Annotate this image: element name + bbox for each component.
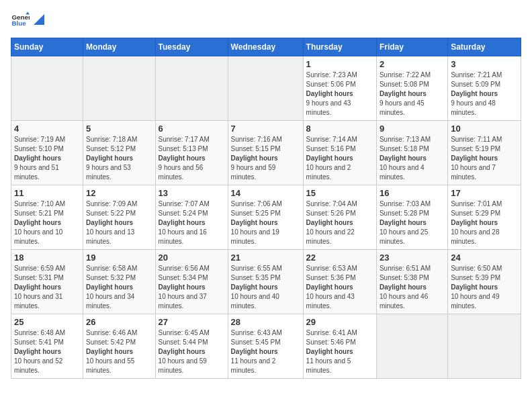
day-number: 6 [159,124,225,134]
calendar-cell: 10Sunrise: 7:11 AMSunset: 5:19 PMDayligh… [448,121,521,185]
calendar-cell: 1Sunrise: 7:23 AMSunset: 5:06 PMDaylight… [303,56,376,121]
calendar-cell: 2Sunrise: 7:22 AMSunset: 5:08 PMDaylight… [376,56,447,121]
calendar-cell: 23Sunrise: 6:51 AMSunset: 5:38 PMDayligh… [376,250,447,314]
day-number: 4 [14,124,80,134]
day-info: Sunrise: 6:53 AMSunset: 5:36 PMDaylight … [306,264,373,311]
calendar-cell: 11Sunrise: 7:10 AMSunset: 5:21 PMDayligh… [11,185,83,250]
day-number: 8 [306,124,373,134]
day-info: Sunrise: 7:09 AMSunset: 5:22 PMDaylight … [86,199,152,246]
day-info: Sunrise: 7:22 AMSunset: 5:08 PMDaylight … [380,71,445,118]
day-number: 27 [159,317,225,327]
calendar-cell: 13Sunrise: 7:07 AMSunset: 5:24 PMDayligh… [155,185,228,250]
day-info: Sunrise: 7:13 AMSunset: 5:18 PMDaylight … [380,135,445,182]
weekday-header: Monday [83,38,156,56]
weekday-header: Saturday [448,38,521,56]
day-number: 26 [86,317,152,327]
weekday-header: Thursday [303,38,376,56]
calendar-week-row: 25Sunrise: 6:48 AMSunset: 5:41 PMDayligh… [11,314,521,379]
day-info: Sunrise: 6:46 AMSunset: 5:42 PMDaylight … [86,328,152,375]
weekday-header: Friday [376,38,447,56]
day-number: 11 [14,188,80,198]
calendar-cell: 16Sunrise: 7:03 AMSunset: 5:28 PMDayligh… [376,185,447,250]
calendar-cell [228,56,303,121]
calendar-cell [11,56,83,121]
day-number: 28 [231,317,300,327]
calendar-cell: 21Sunrise: 6:55 AMSunset: 5:35 PMDayligh… [228,250,303,314]
calendar-table: SundayMondayTuesdayWednesdayThursdayFrid… [11,38,521,379]
weekday-header: Tuesday [155,38,228,56]
day-info: Sunrise: 6:59 AMSunset: 5:31 PMDaylight … [14,264,80,311]
day-info: Sunrise: 7:14 AMSunset: 5:16 PMDaylight … [306,135,373,182]
calendar-cell: 12Sunrise: 7:09 AMSunset: 5:22 PMDayligh… [83,185,156,250]
calendar-cell: 8Sunrise: 7:14 AMSunset: 5:16 PMDaylight… [303,121,376,185]
day-number: 25 [14,317,80,327]
calendar-cell: 26Sunrise: 6:46 AMSunset: 5:42 PMDayligh… [83,314,156,379]
day-number: 20 [159,253,225,263]
calendar-cell: 3Sunrise: 7:21 AMSunset: 5:09 PMDaylight… [448,56,521,121]
calendar-cell [448,314,521,379]
calendar-week-row: 4Sunrise: 7:19 AMSunset: 5:10 PMDaylight… [11,121,521,185]
calendar-cell: 6Sunrise: 7:17 AMSunset: 5:13 PMDaylight… [155,121,228,185]
calendar-cell: 5Sunrise: 7:18 AMSunset: 5:12 PMDaylight… [83,121,156,185]
day-number: 14 [231,188,300,198]
day-number: 17 [451,188,518,198]
weekday-header: Wednesday [228,38,303,56]
calendar-cell: 14Sunrise: 7:06 AMSunset: 5:25 PMDayligh… [228,185,303,250]
calendar-cell: 27Sunrise: 6:45 AMSunset: 5:44 PMDayligh… [155,314,228,379]
day-info: Sunrise: 6:48 AMSunset: 5:41 PMDaylight … [14,328,80,375]
page-header: General Blue [11,11,521,30]
day-info: Sunrise: 6:56 AMSunset: 5:34 PMDaylight … [159,264,225,311]
calendar-cell: 29Sunrise: 6:41 AMSunset: 5:46 PMDayligh… [303,314,376,379]
day-number: 19 [86,253,152,263]
day-number: 5 [86,124,152,134]
calendar-cell [376,314,447,379]
calendar-cell: 18Sunrise: 6:59 AMSunset: 5:31 PMDayligh… [11,250,83,314]
day-info: Sunrise: 7:11 AMSunset: 5:19 PMDaylight … [451,135,518,182]
svg-text:Blue: Blue [11,19,26,27]
svg-marker-3 [34,14,44,25]
day-info: Sunrise: 6:45 AMSunset: 5:44 PMDaylight … [159,328,225,375]
calendar-cell: 28Sunrise: 6:43 AMSunset: 5:45 PMDayligh… [228,314,303,379]
calendar-cell: 24Sunrise: 6:50 AMSunset: 5:39 PMDayligh… [448,250,521,314]
day-number: 29 [306,317,373,327]
day-number: 9 [380,124,445,134]
day-number: 21 [231,253,300,263]
day-number: 23 [380,253,445,263]
day-number: 3 [451,59,518,69]
calendar-cell: 15Sunrise: 7:04 AMSunset: 5:26 PMDayligh… [303,185,376,250]
day-info: Sunrise: 6:50 AMSunset: 5:39 PMDaylight … [451,264,518,311]
calendar-week-row: 1Sunrise: 7:23 AMSunset: 5:06 PMDaylight… [11,56,521,121]
day-info: Sunrise: 7:16 AMSunset: 5:15 PMDaylight … [231,135,300,182]
day-number: 2 [380,59,445,69]
calendar-header: SundayMondayTuesdayWednesdayThursdayFrid… [11,38,521,56]
day-number: 7 [231,124,300,134]
day-info: Sunrise: 7:07 AMSunset: 5:24 PMDaylight … [159,199,225,246]
day-info: Sunrise: 7:19 AMSunset: 5:10 PMDaylight … [14,135,80,182]
calendar-cell: 20Sunrise: 6:56 AMSunset: 5:34 PMDayligh… [155,250,228,314]
day-info: Sunrise: 7:18 AMSunset: 5:12 PMDaylight … [86,135,152,182]
day-info: Sunrise: 6:51 AMSunset: 5:38 PMDaylight … [380,264,445,311]
logo-triangle-icon [34,14,44,25]
logo: General Blue [11,11,44,30]
calendar-cell: 4Sunrise: 7:19 AMSunset: 5:10 PMDaylight… [11,121,83,185]
day-info: Sunrise: 6:55 AMSunset: 5:35 PMDaylight … [231,264,300,311]
day-info: Sunrise: 7:17 AMSunset: 5:13 PMDaylight … [159,135,225,182]
day-number: 1 [306,59,373,69]
day-info: Sunrise: 7:21 AMSunset: 5:09 PMDaylight … [451,71,518,118]
day-info: Sunrise: 6:43 AMSunset: 5:45 PMDaylight … [231,328,300,375]
day-number: 15 [306,188,373,198]
day-number: 24 [451,253,518,263]
day-number: 16 [380,188,445,198]
day-number: 12 [86,188,152,198]
day-info: Sunrise: 7:03 AMSunset: 5:28 PMDaylight … [380,199,445,246]
calendar-cell: 7Sunrise: 7:16 AMSunset: 5:15 PMDaylight… [228,121,303,185]
day-info: Sunrise: 7:04 AMSunset: 5:26 PMDaylight … [306,199,373,246]
day-info: Sunrise: 7:10 AMSunset: 5:21 PMDaylight … [14,199,80,246]
calendar-cell: 9Sunrise: 7:13 AMSunset: 5:18 PMDaylight… [376,121,447,185]
logo-icon: General Blue [11,11,30,30]
header-row: SundayMondayTuesdayWednesdayThursdayFrid… [11,38,521,56]
day-number: 18 [14,253,80,263]
calendar-body: 1Sunrise: 7:23 AMSunset: 5:06 PMDaylight… [11,56,521,379]
calendar-cell: 17Sunrise: 7:01 AMSunset: 5:29 PMDayligh… [448,185,521,250]
day-number: 13 [159,188,225,198]
